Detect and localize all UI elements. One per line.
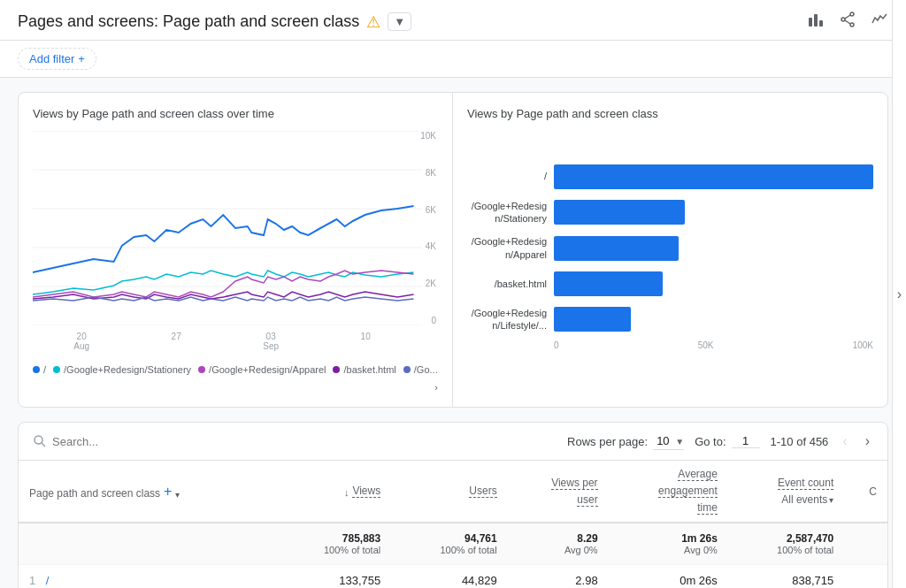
events-dropdown-label: All events [781, 493, 827, 506]
search-input[interactable] [52, 435, 229, 448]
legend-item-root: / [33, 364, 46, 375]
bar-row-stationery: /Google+Redesign/Stationery [467, 200, 873, 225]
totals-users: 94,761 100% of total [391, 523, 507, 565]
svg-line-6 [845, 15, 850, 19]
bar-fill-apparel [554, 236, 679, 261]
page-header: Pages and screens: Page path and screen … [0, 0, 906, 41]
share-icon-button[interactable] [839, 11, 856, 33]
goto-input[interactable] [732, 434, 760, 448]
row-event-count: 838,715 [728, 565, 844, 589]
line-chart-title: Views by Page path and screen class over… [33, 107, 438, 120]
line-chart-section: Views by Page path and screen class over… [19, 93, 453, 407]
x-axis-labels: 20Aug 27 03Sep 10 [33, 332, 411, 351]
next-page-button[interactable]: › [862, 430, 873, 453]
events-dropdown-arrow: ▾ [829, 495, 833, 505]
table-section: Rows per page: 10 25 50 ▼ Go to: 1-10 of… [18, 422, 888, 588]
compare-icon [871, 11, 888, 28]
x-label-sep03: 03Sep [263, 332, 279, 351]
col-views-per-user: Views per user [508, 461, 609, 523]
bar-row-lifestyle: /Google+Redesign/Lifestyle/... [467, 307, 873, 332]
line-chart-area: 10K 8K 6K 4K 2K 0 20Aug 27 03Sep 10 [33, 131, 438, 361]
prev-page-button[interactable]: ‹ [839, 430, 850, 453]
totals-extra [844, 523, 887, 565]
totals-views: 785,883 100% of total [275, 523, 391, 565]
add-filter-button[interactable]: Add filter + [18, 48, 96, 70]
legend-dot-root [33, 366, 40, 373]
rows-per-page-label: Rows per page: [567, 435, 648, 448]
col-avg-label1: Average [678, 468, 717, 481]
svg-rect-1 [814, 14, 818, 27]
svg-rect-2 [819, 20, 823, 27]
bar-chart-title: Views by Page path and screen class [467, 107, 873, 120]
add-filter-icon: + [78, 52, 85, 65]
col-views-label: Views [352, 485, 380, 498]
table-header-row: Page path and screen class + ▾ ↓ Views [19, 461, 887, 523]
legend-item-basket: /basket.html [333, 364, 395, 375]
col-add-button[interactable]: + [164, 484, 172, 500]
row-users: 44,829 [391, 565, 507, 589]
totals-views-per-user: 8.29 Avg 0% [508, 523, 609, 565]
title-row: Pages and screens: Page path and screen … [18, 12, 411, 32]
legend-dot-go [403, 366, 411, 373]
bar-fill-lifestyle [554, 307, 631, 332]
col-dropdown-icon[interactable]: ▾ [175, 490, 180, 500]
bar-chart-x-axis: 0 50K 100K [554, 337, 873, 350]
page-range: 1-10 of 456 [771, 435, 829, 448]
svg-point-3 [850, 12, 854, 16]
legend-item-go: /Go... [403, 364, 438, 375]
sort-arrow-views: ↓ [344, 487, 349, 498]
legend-item-stationery: /Google+Redesign/Stationery [53, 364, 191, 375]
warning-icon: ⚠ [366, 12, 380, 32]
svg-line-15 [42, 443, 45, 447]
table-controls: Rows per page: 10 25 50 ▼ Go to: 1-10 of… [19, 423, 887, 461]
row-views-per-user: 2.98 [508, 565, 609, 589]
col-avg-label3: time [697, 501, 718, 515]
row-rank: 1 [29, 574, 35, 587]
events-dropdown[interactable]: All events ▾ [781, 493, 833, 506]
col-avg-label2: engagement [658, 485, 718, 498]
col-page-path: Page path and screen class + ▾ [19, 461, 275, 523]
svg-line-7 [845, 20, 850, 24]
row-page[interactable]: / [46, 574, 50, 587]
totals-event-count: 2,587,470 100% of total [728, 523, 844, 565]
col-users-label: Users [469, 485, 496, 498]
search-icon [33, 434, 47, 448]
svg-point-5 [850, 23, 854, 27]
bar-row-apparel: /Google+Redesign/Apparel [467, 235, 873, 261]
col-extra-label: C [869, 485, 877, 498]
rows-per-page-select[interactable]: 10 25 50 [653, 432, 684, 450]
totals-row: 785,883 100% of total 94,761 100% of tot… [19, 523, 887, 565]
bar-chart-section: Views by Page path and screen class / /G… [453, 93, 887, 407]
chart-legend: / /Google+Redesign/Stationery /Google+Re… [33, 364, 438, 393]
main-content: Views by Page path and screen class over… [0, 78, 906, 588]
legend-dot-apparel [198, 366, 205, 373]
legend-dot-stationery [53, 366, 60, 373]
header-icons [807, 11, 888, 33]
goto-field: Go to: [695, 434, 759, 448]
row-views: 133,755 [275, 565, 391, 589]
bar-row-basket: /basket.html [467, 271, 873, 296]
svg-rect-0 [809, 18, 812, 27]
pagination-controls: Rows per page: 10 25 50 ▼ Go to: 1-10 of… [567, 430, 873, 453]
totals-avg-engagement: 1m 26s Avg 0% [609, 523, 728, 565]
col-views: ↓ Views [275, 461, 391, 523]
compare-icon-button[interactable] [871, 11, 888, 33]
search-box [33, 434, 229, 448]
y-axis-labels: 10K 8K 6K 4K 2K 0 [420, 131, 438, 325]
line-chart-svg [33, 131, 438, 325]
totals-label [19, 523, 275, 565]
x-label-10: 10 [361, 332, 371, 351]
title-dropdown-button[interactable]: ▼ [388, 12, 411, 31]
goto-label: Go to: [695, 435, 726, 448]
col-views-per-user-label: Views per [551, 477, 597, 490]
data-table: Page path and screen class + ▾ ↓ Views [19, 461, 887, 588]
bar-fill-basket [554, 271, 663, 296]
col-event-count: Event count All events ▾ [728, 461, 844, 523]
filter-row: Add filter + [0, 41, 906, 78]
x-label-aug20: 20Aug [73, 332, 89, 351]
legend-next-button[interactable]: › [434, 382, 438, 393]
svg-point-4 [841, 18, 845, 21]
col-users: Users [391, 461, 507, 523]
bar-fill-stationery [554, 200, 685, 225]
bar-chart-icon-button[interactable] [807, 11, 825, 33]
